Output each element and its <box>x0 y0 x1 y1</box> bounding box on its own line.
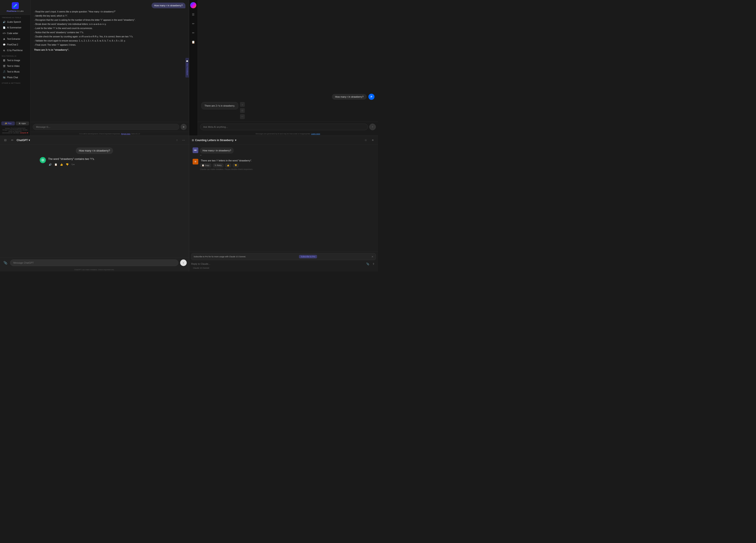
claude-thumbup-button[interactable]: 👍 <box>225 163 231 167</box>
claude-user-row: HK How many r in strawberry? ✏ <box>193 147 375 157</box>
claude-edit-icon[interactable]: ✏ <box>200 154 202 156</box>
pv-nav-text-extractor[interactable]: A Text Extractor <box>1 36 29 42</box>
chatgpt-ai-row: The word "strawberry" contains two "r"s.… <box>40 157 149 167</box>
meta-dots-icon[interactable]: ⋯ <box>240 114 245 119</box>
meta-message-input[interactable] <box>200 124 368 130</box>
meta-send-button[interactable]: ↑ <box>369 124 376 130</box>
pv-nav-1labs-speech[interactable]: 🔊 1Labs Speech <box>1 19 29 25</box>
claude-input-row: 📎 🎙 <box>191 261 376 266</box>
pv-logo-text: PixelVerse AI Labs <box>7 10 24 12</box>
claude-chat-area: HK How many r in strawberry? ✏ ✳ There a… <box>189 145 378 251</box>
meta-chevron-icon[interactable]: ⌄ <box>240 102 245 107</box>
chatgpt-title[interactable]: ChatGPT ▾ <box>17 139 30 142</box>
pv-nav-code-writer[interactable]: </> Code writer <box>1 31 29 36</box>
pv-section-trending: Trending AI Tools <box>0 15 30 19</box>
pv-footer: t1 is still in development. Check import… <box>31 132 189 136</box>
chatgpt-upload-button[interactable]: ↑ <box>174 138 180 143</box>
pv-nav-text-to-music[interactable]: 🎵 Text to Music <box>1 69 29 74</box>
claude-message-input[interactable] <box>191 263 364 265</box>
pv-send-button[interactable]: ➤ <box>181 124 187 130</box>
chevron-down-icon: ▾ <box>29 139 30 142</box>
chatgpt-refresh-button[interactable]: ↻▾ <box>71 163 75 167</box>
meta-square-icon[interactable]: □ <box>240 108 245 113</box>
meta-sidebar: ☰ ✏ ✏ 📋 <box>189 0 198 136</box>
chatgpt-attach-button[interactable]: 📎 <box>2 260 8 266</box>
meta-ai-panel: ☰ ✏ ✏ 📋 How many r in strawberry? P Ther… <box>189 0 378 136</box>
chatgpt-header: ⊟ ✏ ChatGPT ▾ ↑ ⋯ <box>0 136 189 145</box>
pv-main-area: How many r in strawberry? - Read the use… <box>31 0 189 136</box>
meta-pencil-button[interactable]: ✏ <box>190 30 196 36</box>
chatgpt-audio-button[interactable]: 🔊 <box>48 163 52 167</box>
chatgpt-chat-area: How many r in strawberry? The word "stra… <box>0 145 189 258</box>
code-icon: </> <box>3 32 6 35</box>
grid-icon: ⊞ <box>19 122 21 125</box>
chatgpt-ai-actions: 🔊 📋 👍 👎 ↻▾ <box>48 163 95 167</box>
chatgpt-sidebar-button[interactable]: ⊟ <box>3 138 8 143</box>
pv-plus-button[interactable]: ✨ Plus <box>1 121 15 125</box>
pv-input-area: ➤ <box>31 122 189 132</box>
pv-nav-ai-summariser[interactable]: 📄 AI Summariser <box>1 25 29 30</box>
meta-clipboard-button[interactable]: 📋 <box>190 39 196 45</box>
chatgpt-message-input[interactable] <box>10 259 178 266</box>
chatgpt-input-area: 📎 ↑ <box>0 258 189 268</box>
claude-voice-button[interactable]: 🎙 <box>371 261 376 266</box>
camera-icon: 📷 <box>3 76 6 79</box>
svg-point-0 <box>192 3 195 7</box>
text-icon: A <box>3 38 6 41</box>
claude-disclaimer: Claude can make mistakes. Please double-… <box>200 167 253 171</box>
pv-user-message: How many r in strawberry? <box>152 3 185 8</box>
pv-nav-photo-chat[interactable]: 📷 Photo Chat <box>1 75 29 80</box>
chatgpt-thumbdown-button[interactable]: 👎 <box>65 163 69 167</box>
video-icon: 🎬 <box>3 65 6 68</box>
pv-message-input[interactable] <box>33 124 179 130</box>
chatgpt-user-message: How many r in strawberry? <box>76 147 113 154</box>
pv-ai-response: - Read the user's input. It seems like a… <box>34 10 170 52</box>
image-icon: 🖼 <box>3 59 6 62</box>
meta-user-avatar: P <box>368 94 375 100</box>
claude-ai-response: There are two 'r' letters in the word "s… <box>200 159 253 163</box>
pv-sidebar: 🧪 PixelVerse AI Labs Trending AI Tools 🔊… <box>0 0 31 136</box>
pv-nav-text-to-video[interactable]: 🎬 Text to Video <box>1 64 29 69</box>
claude-retry-button[interactable]: ↻ Retry <box>213 163 224 167</box>
meta-menu-button[interactable]: ☰ <box>190 11 196 17</box>
pv-section-other: Other & Settings <box>0 80 30 85</box>
chatgpt-panel: ⊟ ✏ ChatGPT ▾ ↑ ⋯ How many r in strawber… <box>0 136 189 272</box>
chatgpt-ai-icon <box>40 157 46 163</box>
claude-copy-button[interactable]: 📋 Copy <box>200 163 211 167</box>
pv-nav-pixelchat2[interactable]: 💬 PixelChat 2 <box>1 42 29 47</box>
claude-title: Counting Letters in Strawberry <box>195 139 234 142</box>
claude-subscribe-button[interactable]: Subscribe to Pro <box>299 255 317 258</box>
claude-subscribe-close-button[interactable]: ✕ <box>371 255 373 258</box>
claude-subscribe-text: Subscribe to Pro for 5x more usage with … <box>194 256 246 258</box>
t1-icon: t1 <box>3 49 6 52</box>
chatgpt-compose-button[interactable]: ✏ <box>10 138 15 143</box>
pv-report-link[interactable]: Report here <box>121 133 130 135</box>
doc-icon: 📄 <box>3 26 6 29</box>
claude-ai-icon: ✳ <box>193 159 198 164</box>
pv-feedback-button[interactable]: 💬 Give Feedback! <box>185 58 189 78</box>
claude-attach-button[interactable]: 📎 <box>365 261 370 266</box>
meta-footer: Messages are generated by AI and may be … <box>198 132 378 136</box>
send-icon: ➤ <box>183 125 185 128</box>
chatgpt-send-button[interactable]: ↑ <box>180 259 187 266</box>
pv-chat-area: How many r in strawberry? - Read the use… <box>31 0 189 122</box>
meta-user-message: How many r in strawberry? <box>332 94 367 100</box>
claude-star-button[interactable]: ☆ <box>363 138 368 143</box>
meta-learn-more-link[interactable]: Learn more <box>311 133 320 135</box>
pv-nav-t1[interactable]: t1 t1 by PixelVerse <box>1 48 29 53</box>
chatgpt-footer: ChatGPT can make mistakes. Check importa… <box>0 268 189 271</box>
pv-apps-button[interactable]: ⊞ Apps <box>16 121 29 125</box>
pv-nav-text-to-image[interactable]: 🖼 Text to Image <box>1 58 29 63</box>
meta-input-area: ↑ <box>198 122 378 132</box>
chatgpt-menu-button[interactable]: ⋯ <box>181 138 186 143</box>
meta-edit-button[interactable]: ✏ <box>190 21 196 27</box>
chatgpt-copy-button[interactable]: 📋 <box>54 163 58 167</box>
meta-logo <box>190 2 196 8</box>
claude-settings-button[interactable]: ≡ <box>370 138 375 143</box>
meta-main-area: How many r in strawberry? P There are 2 … <box>198 0 378 136</box>
chatgpt-thumbup-button[interactable]: 👍 <box>59 163 64 167</box>
meta-action-icons: ⌄ □ ⋯ <box>240 102 245 119</box>
claude-thumbdown-button[interactable]: 👎 <box>233 163 239 167</box>
claude-panel: ⊞ Counting Letters in Strawberry ▾ ☆ ≡ H… <box>189 136 378 272</box>
speaker-icon: 🔊 <box>3 21 6 24</box>
